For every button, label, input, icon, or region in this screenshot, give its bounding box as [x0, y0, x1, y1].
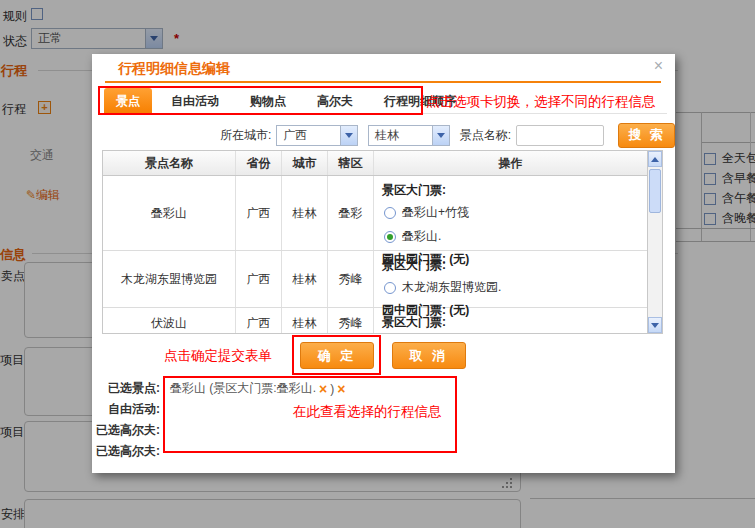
cell-actions: 景区大门票: 叠彩山+竹筏 叠彩山. 园中园门票: (无) [374, 176, 647, 250]
cell-district: 秀峰 [328, 251, 374, 307]
scrollbar-thumb[interactable] [649, 169, 661, 213]
cell-name: 伏波山 [103, 308, 236, 333]
chevron-down-icon[interactable] [432, 126, 449, 145]
col-header-city: 城市 [282, 151, 328, 175]
cell-name: 木龙湖东盟博览园 [103, 251, 236, 307]
city-select[interactable]: 桂林 [368, 125, 450, 146]
radio-checked-icon[interactable] [384, 231, 396, 243]
confirm-button[interactable]: 确 定 [300, 342, 374, 369]
radio-unchecked-icon[interactable] [384, 282, 396, 294]
cell-name: 叠彩山 [103, 176, 236, 250]
cell-actions: 景区大门票: [374, 308, 647, 333]
ticket-option-label: 叠彩山. [402, 228, 441, 245]
selected-scenic-text: 叠彩山 (景区大门票:叠彩山. [170, 380, 316, 397]
tab-golf[interactable]: 高尔夫 [305, 88, 365, 114]
province-select[interactable]: 广西 [276, 125, 358, 146]
selected-golf-label-1: 已选高尔夫: [92, 422, 160, 439]
cell-province: 广西 [236, 308, 282, 333]
cell-province: 广西 [236, 251, 282, 307]
table-scrollbar[interactable] [647, 151, 662, 333]
cancel-button[interactable]: 取 消 [392, 342, 466, 369]
annotation-submit-note: 点击确定提交表单 [164, 347, 272, 365]
triangle-down-icon [345, 133, 353, 138]
triangle-up-icon [651, 157, 659, 162]
selected-scenic-suffix: ) [330, 382, 334, 396]
ticket-option-label: 木龙湖东盟博览园. [402, 279, 501, 296]
radio-unchecked-icon[interactable] [384, 207, 396, 219]
title-underline [105, 81, 661, 83]
scroll-down-icon[interactable] [648, 317, 662, 333]
free-activity-label: 自由活动: [92, 401, 160, 418]
cell-actions: 景区大门票: 木龙湖东盟博览园. 园中园门票: (无) [374, 251, 647, 307]
col-header-province: 省份 [236, 151, 282, 175]
remove-ticket-icon[interactable]: × [319, 383, 327, 395]
scenic-spot-table: 景点名称 省份 城市 辖区 操作 叠彩山 广西 桂林 叠彩 景区大门票: 叠彩 [102, 150, 663, 334]
table-row: 木龙湖东盟博览园 广西 桂林 秀峰 景区大门票: 木龙湖东盟博览园. 园中园门票… [103, 251, 647, 308]
tab-shopping[interactable]: 购物点 [238, 88, 298, 114]
dialog-title: 行程明细信息编辑 [118, 60, 230, 78]
ticket-group-label: 景区大门票: [382, 314, 446, 331]
province-select-value: 广西 [277, 127, 340, 144]
cell-district: 叠彩 [328, 176, 374, 250]
chevron-down-icon[interactable] [340, 126, 357, 145]
triangle-down-icon [651, 323, 659, 328]
scenic-name-input[interactable] [516, 125, 604, 146]
cell-province: 广西 [236, 176, 282, 250]
city-filter-label: 所在城市: [220, 127, 271, 144]
scroll-up-icon[interactable] [648, 151, 662, 167]
tab-scenic-spot[interactable]: 景点 [104, 88, 152, 114]
table-body: 叠彩山 广西 桂林 叠彩 景区大门票: 叠彩山+竹筏 叠彩山. [103, 176, 647, 333]
dialog-tabbar: 景点 自由活动 购物点 高尔夫 行程明细顺序 [104, 87, 468, 114]
col-header-name: 景点名称 [103, 151, 236, 175]
search-toolbar: 所在城市: 广西 桂林 景点名称: 搜 索 [92, 122, 675, 148]
remove-scenic-icon[interactable]: × [337, 383, 345, 395]
ticket-option[interactable]: 木龙湖东盟博览园. [384, 279, 501, 296]
selected-golf-label-2: 已选高尔夫: [92, 443, 160, 460]
annotation-review-note: 在此查看选择的行程信息 [293, 403, 442, 421]
cell-district: 秀峰 [328, 308, 374, 333]
cell-city: 桂林 [282, 251, 328, 307]
scenic-name-label: 景点名称: [460, 127, 511, 144]
ticket-group-label: 景区大门票: [382, 182, 446, 199]
triangle-down-icon [437, 133, 445, 138]
ticket-option-label: 叠彩山+竹筏 [402, 204, 469, 221]
table-row: 叠彩山 广西 桂林 叠彩 景区大门票: 叠彩山+竹筏 叠彩山. [103, 176, 647, 251]
table-content: 景点名称 省份 城市 辖区 操作 叠彩山 广西 桂林 叠彩 景区大门票: 叠彩 [103, 151, 647, 333]
ticket-option[interactable]: 叠彩山+竹筏 [384, 204, 469, 221]
ticket-option[interactable]: 叠彩山. [384, 228, 441, 245]
table-row: 伏波山 广西 桂林 秀峰 景区大门票: [103, 308, 647, 333]
cell-city: 桂林 [282, 176, 328, 250]
ticket-group-label: 景区大门票: [382, 257, 446, 274]
itinerary-edit-dialog: 行程明细信息编辑 × 景点 自由活动 购物点 高尔夫 行程明细顺序 点击选项卡切… [92, 54, 675, 473]
selected-scenic-label: 已选景点: [92, 380, 160, 397]
col-header-district: 辖区 [328, 151, 374, 175]
tab-free-activity[interactable]: 自由活动 [159, 88, 231, 114]
search-button[interactable]: 搜 索 [618, 123, 675, 148]
col-header-actions: 操作 [374, 151, 647, 175]
city-select-value: 桂林 [369, 127, 432, 144]
annotation-tabs-note: 点击选项卡切换，选择不同的行程信息 [426, 93, 656, 111]
table-header-row: 景点名称 省份 城市 辖区 操作 [103, 151, 647, 176]
selected-scenic-value: 叠彩山 (景区大门票:叠彩山. × ) × [170, 380, 345, 397]
close-icon[interactable]: × [654, 58, 663, 74]
cell-city: 桂林 [282, 308, 328, 333]
